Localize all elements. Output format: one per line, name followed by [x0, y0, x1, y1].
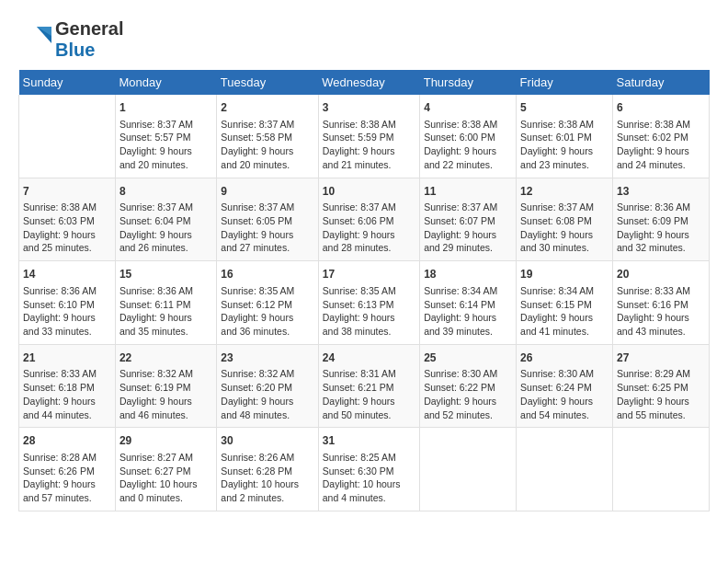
col-header-monday: Monday [115, 70, 216, 95]
week-row-2: 14Sunrise: 8:36 AMSunset: 6:10 PMDayligh… [19, 261, 710, 345]
calendar-cell: 17Sunrise: 8:35 AMSunset: 6:13 PMDayligh… [318, 261, 419, 345]
day-number: 5 [520, 100, 609, 116]
day-number: 4 [424, 100, 512, 116]
day-number: 20 [617, 267, 705, 282]
day-number: 3 [323, 100, 415, 116]
col-header-friday: Friday [517, 70, 613, 95]
day-info: Sunrise: 8:30 AMSunset: 6:22 PMDaylight:… [424, 367, 512, 421]
day-info: Sunrise: 8:37 AMSunset: 5:57 PMDaylight:… [119, 118, 212, 172]
calendar-cell: 9Sunrise: 8:37 AMSunset: 6:05 PMDaylight… [217, 178, 318, 261]
col-header-thursday: Thursday [420, 70, 517, 95]
day-info: Sunrise: 8:35 AMSunset: 6:12 PMDaylight:… [221, 284, 313, 339]
day-info: Sunrise: 8:38 AMSunset: 6:01 PMDaylight:… [520, 118, 609, 172]
calendar-cell: 23Sunrise: 8:32 AMSunset: 6:20 PMDayligh… [217, 344, 318, 428]
calendar-cell: 13Sunrise: 8:36 AMSunset: 6:09 PMDayligh… [613, 178, 710, 261]
day-number: 14 [23, 267, 111, 282]
day-info: Sunrise: 8:36 AMSunset: 6:09 PMDaylight:… [617, 201, 705, 255]
calendar-cell: 5Sunrise: 8:38 AMSunset: 6:01 PMDaylight… [517, 95, 613, 178]
day-number: 31 [323, 433, 415, 449]
day-number: 21 [23, 350, 111, 366]
calendar-cell: 22Sunrise: 8:32 AMSunset: 6:19 PMDayligh… [115, 344, 216, 428]
col-header-tuesday: Tuesday [217, 70, 318, 95]
day-info: Sunrise: 8:25 AMSunset: 6:30 PMDaylight:… [323, 451, 415, 505]
calendar-cell: 8Sunrise: 8:37 AMSunset: 6:04 PMDaylight… [115, 178, 216, 261]
day-number: 11 [424, 184, 512, 200]
day-info: Sunrise: 8:38 AMSunset: 6:00 PMDaylight:… [424, 118, 512, 172]
day-info: Sunrise: 8:36 AMSunset: 6:10 PMDaylight:… [23, 284, 111, 339]
day-info: Sunrise: 8:35 AMSunset: 6:13 PMDaylight:… [323, 284, 415, 339]
day-number: 12 [520, 184, 609, 200]
col-header-sunday: Sunday [19, 70, 116, 95]
header-row: SundayMondayTuesdayWednesdayThursdayFrid… [19, 70, 710, 95]
calendar-cell: 20Sunrise: 8:33 AMSunset: 6:16 PMDayligh… [613, 261, 710, 345]
calendar-cell: 7Sunrise: 8:38 AMSunset: 6:03 PMDaylight… [19, 178, 116, 261]
day-info: Sunrise: 8:37 AMSunset: 6:04 PMDaylight:… [119, 201, 212, 255]
calendar-cell: 6Sunrise: 8:38 AMSunset: 6:02 PMDaylight… [613, 95, 710, 178]
day-number: 25 [424, 350, 512, 366]
calendar-cell: 4Sunrise: 8:38 AMSunset: 6:00 PMDaylight… [420, 95, 517, 178]
day-number: 23 [221, 350, 313, 366]
day-number: 19 [520, 267, 609, 282]
week-row-3: 21Sunrise: 8:33 AMSunset: 6:18 PMDayligh… [19, 344, 710, 428]
calendar-cell: 31Sunrise: 8:25 AMSunset: 6:30 PMDayligh… [318, 428, 419, 511]
calendar-cell [420, 428, 517, 511]
week-row-1: 7Sunrise: 8:38 AMSunset: 6:03 PMDaylight… [19, 178, 710, 261]
day-number: 30 [221, 433, 313, 449]
day-number: 8 [119, 184, 212, 200]
day-info: Sunrise: 8:33 AMSunset: 6:16 PMDaylight:… [617, 284, 705, 339]
day-info: Sunrise: 8:31 AMSunset: 6:21 PMDaylight:… [323, 367, 415, 421]
page-header: General Blue [18, 18, 710, 61]
calendar-table: SundayMondayTuesdayWednesdayThursdayFrid… [18, 70, 710, 511]
calendar-cell [19, 95, 116, 178]
day-info: Sunrise: 8:38 AMSunset: 5:59 PMDaylight:… [323, 118, 415, 172]
logo: General Blue [18, 18, 123, 61]
calendar-cell: 26Sunrise: 8:30 AMSunset: 6:24 PMDayligh… [517, 344, 613, 428]
day-number: 10 [323, 184, 415, 200]
col-header-wednesday: Wednesday [318, 70, 419, 95]
day-info: Sunrise: 8:37 AMSunset: 6:07 PMDaylight:… [424, 201, 512, 255]
day-info: Sunrise: 8:32 AMSunset: 6:20 PMDaylight:… [221, 367, 313, 421]
day-info: Sunrise: 8:37 AMSunset: 5:58 PMDaylight:… [221, 118, 313, 172]
calendar-cell: 28Sunrise: 8:28 AMSunset: 6:26 PMDayligh… [19, 428, 116, 511]
day-info: Sunrise: 8:38 AMSunset: 6:02 PMDaylight:… [617, 118, 705, 172]
day-number: 28 [23, 433, 111, 449]
day-number: 6 [617, 100, 705, 116]
calendar-cell: 30Sunrise: 8:26 AMSunset: 6:28 PMDayligh… [217, 428, 318, 511]
day-number: 9 [221, 184, 313, 200]
calendar-cell: 18Sunrise: 8:34 AMSunset: 6:14 PMDayligh… [420, 261, 517, 345]
calendar-cell: 14Sunrise: 8:36 AMSunset: 6:10 PMDayligh… [19, 261, 116, 345]
calendar-cell: 1Sunrise: 8:37 AMSunset: 5:57 PMDaylight… [115, 95, 216, 178]
day-info: Sunrise: 8:27 AMSunset: 6:27 PMDaylight:… [119, 451, 212, 505]
day-info: Sunrise: 8:33 AMSunset: 6:18 PMDaylight:… [23, 367, 111, 421]
week-row-0: 1Sunrise: 8:37 AMSunset: 5:57 PMDaylight… [19, 95, 710, 178]
day-info: Sunrise: 8:34 AMSunset: 6:15 PMDaylight:… [520, 284, 609, 339]
day-number: 24 [323, 350, 415, 366]
col-header-saturday: Saturday [613, 70, 710, 95]
calendar-cell: 12Sunrise: 8:37 AMSunset: 6:08 PMDayligh… [517, 178, 613, 261]
calendar-cell [517, 428, 613, 511]
calendar-cell: 15Sunrise: 8:36 AMSunset: 6:11 PMDayligh… [115, 261, 216, 345]
calendar-cell: 29Sunrise: 8:27 AMSunset: 6:27 PMDayligh… [115, 428, 216, 511]
calendar-cell: 27Sunrise: 8:29 AMSunset: 6:25 PMDayligh… [613, 344, 710, 428]
day-info: Sunrise: 8:28 AMSunset: 6:26 PMDaylight:… [23, 451, 111, 505]
day-info: Sunrise: 8:34 AMSunset: 6:14 PMDaylight:… [424, 284, 512, 339]
calendar-cell: 21Sunrise: 8:33 AMSunset: 6:18 PMDayligh… [19, 344, 116, 428]
calendar-cell: 11Sunrise: 8:37 AMSunset: 6:07 PMDayligh… [420, 178, 517, 261]
day-number: 26 [520, 350, 609, 366]
day-number: 1 [119, 100, 212, 116]
logo-general: General [55, 18, 123, 39]
day-info: Sunrise: 8:30 AMSunset: 6:24 PMDaylight:… [520, 367, 609, 421]
logo-blue: Blue [55, 40, 95, 60]
calendar-cell [613, 428, 710, 511]
calendar-cell: 3Sunrise: 8:38 AMSunset: 5:59 PMDaylight… [318, 95, 419, 178]
calendar-cell: 19Sunrise: 8:34 AMSunset: 6:15 PMDayligh… [517, 261, 613, 345]
day-info: Sunrise: 8:32 AMSunset: 6:19 PMDaylight:… [119, 367, 212, 421]
day-number: 27 [617, 350, 705, 366]
calendar-cell: 24Sunrise: 8:31 AMSunset: 6:21 PMDayligh… [318, 344, 419, 428]
day-info: Sunrise: 8:37 AMSunset: 6:08 PMDaylight:… [520, 201, 609, 255]
day-info: Sunrise: 8:29 AMSunset: 6:25 PMDaylight:… [617, 367, 705, 421]
day-number: 18 [424, 267, 512, 282]
day-number: 2 [221, 100, 313, 116]
calendar-cell: 16Sunrise: 8:35 AMSunset: 6:12 PMDayligh… [217, 261, 318, 345]
day-number: 17 [323, 267, 415, 282]
